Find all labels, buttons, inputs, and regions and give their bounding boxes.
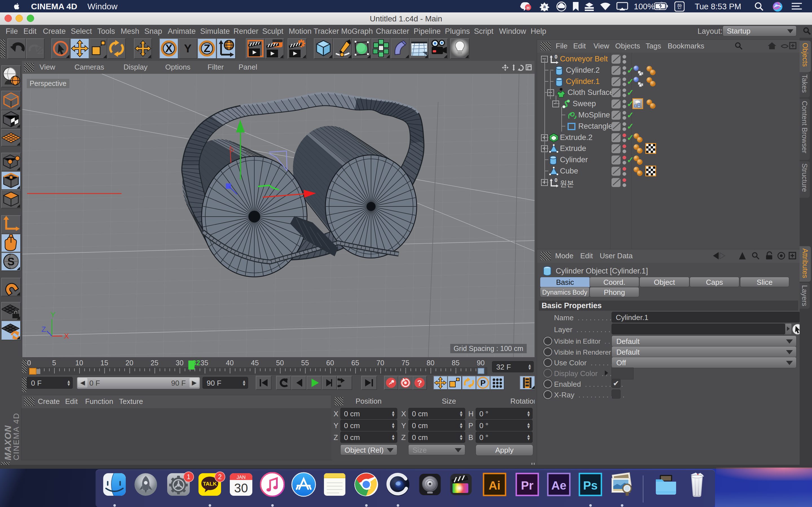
svg-text:Pr: Pr [521, 479, 534, 492]
svg-text:Ai: Ai [489, 479, 500, 492]
svg-text:X: X [165, 43, 172, 54]
svg-text:TALK: TALK [203, 481, 217, 487]
svg-text:30: 30 [234, 481, 248, 495]
svg-text:0: 0 [555, 178, 557, 183]
svg-text:P: P [480, 379, 486, 387]
svg-text:Z: Z [204, 43, 210, 54]
svg-text:Ps: Ps [583, 479, 598, 492]
svg-text:0: 0 [555, 55, 557, 60]
svg-text:Y: Y [184, 42, 192, 55]
svg-text:한: 한 [677, 4, 682, 10]
svg-text:H: H [527, 6, 529, 10]
svg-text:a: a [543, 4, 546, 9]
svg-text:Y: Y [50, 312, 55, 319]
svg-text:Z: Z [42, 325, 46, 334]
svg-text:?: ? [417, 379, 422, 387]
svg-text:X: X [64, 332, 69, 340]
svg-text:S: S [7, 256, 14, 268]
svg-text:JAN: JAN [237, 474, 246, 480]
svg-text:Ae: Ae [551, 479, 566, 492]
